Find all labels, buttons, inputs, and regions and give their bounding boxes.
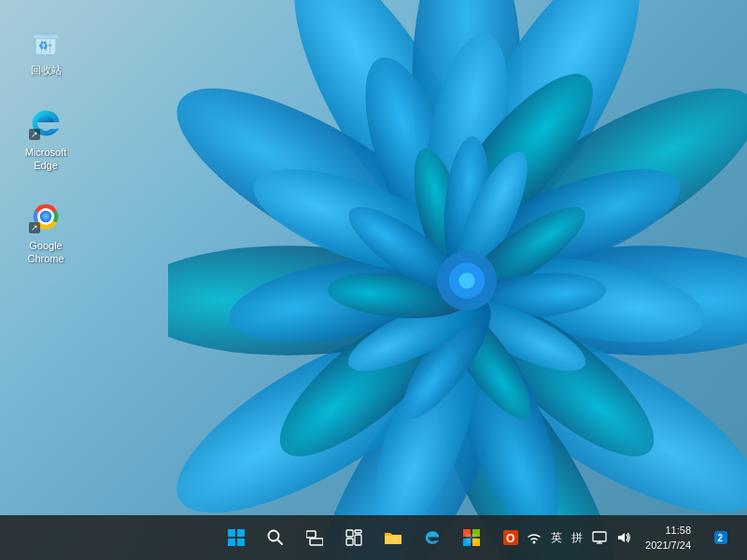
taskbar-right: ^ 英 拼 — [510, 519, 740, 556]
svg-rect-59 — [385, 534, 392, 536]
svg-rect-46 — [228, 529, 235, 537]
store-button[interactable] — [453, 519, 490, 556]
chrome-image: ↗ — [27, 198, 64, 235]
clock-date: 2021/7/24 — [645, 538, 691, 553]
clock-time: 11:58 — [645, 523, 691, 539]
svg-point-44 — [40, 211, 52, 223]
microsoft-edge-icon[interactable]: ↗ Microsoft Edge — [12, 101, 79, 176]
language-cn-icon[interactable]: 拼 — [569, 528, 585, 548]
edge-image: ↗ — [27, 105, 64, 142]
svg-rect-49 — [237, 539, 245, 546]
svg-rect-58 — [385, 535, 402, 544]
clock-display[interactable]: 11:58 2021/7/24 — [638, 523, 698, 553]
svg-point-67 — [533, 541, 536, 544]
chrome-label: Google Chrome — [27, 239, 63, 266]
svg-rect-56 — [346, 539, 353, 545]
task-view-button[interactable] — [296, 519, 333, 556]
google-chrome-icon[interactable]: ↗ Google Chrome — [12, 194, 79, 270]
notification-button[interactable]: 2 — [702, 519, 740, 556]
taskbar-center: O — [218, 519, 529, 556]
volume-icon[interactable] — [613, 527, 634, 548]
svg-rect-64 — [466, 534, 477, 543]
desktop: ♻ 回收站 — [0, 0, 747, 560]
taskbar: O ^ 英 拼 — [0, 515, 747, 560]
recycle-bin-image: ♻ — [27, 22, 64, 60]
svg-point-35 — [458, 273, 474, 288]
edge-label: Microsoft Edge — [25, 146, 67, 173]
svg-rect-53 — [310, 539, 323, 545]
display-icon[interactable] — [589, 527, 610, 548]
office-button[interactable]: O — [492, 519, 529, 556]
start-button[interactable] — [218, 519, 255, 556]
svg-rect-52 — [306, 531, 316, 538]
shortcut-arrow-chrome: ↗ — [29, 222, 40, 233]
widgets-button[interactable] — [335, 519, 373, 556]
language-en-icon[interactable]: 英 — [548, 528, 565, 548]
edge-taskbar-button[interactable] — [414, 519, 451, 556]
search-button[interactable] — [257, 519, 294, 556]
wallpaper — [168, 0, 747, 560]
svg-marker-71 — [618, 533, 625, 542]
file-explorer-button[interactable] — [374, 519, 412, 556]
svg-line-51 — [277, 539, 282, 544]
svg-rect-48 — [228, 539, 235, 546]
svg-text:2: 2 — [718, 533, 724, 543]
svg-rect-54 — [346, 530, 353, 537]
svg-text:♻: ♻ — [38, 39, 49, 51]
svg-rect-68 — [593, 532, 606, 541]
svg-rect-57 — [355, 535, 361, 545]
svg-text:O: O — [506, 532, 514, 545]
shortcut-arrow: ↗ — [29, 129, 40, 140]
svg-rect-47 — [237, 529, 245, 537]
recycle-bin-icon[interactable]: ♻ 回收站 — [12, 19, 79, 80]
recycle-bin-label: 回收站 — [31, 63, 62, 77]
svg-rect-38 — [42, 32, 50, 35]
svg-rect-55 — [355, 530, 361, 533]
